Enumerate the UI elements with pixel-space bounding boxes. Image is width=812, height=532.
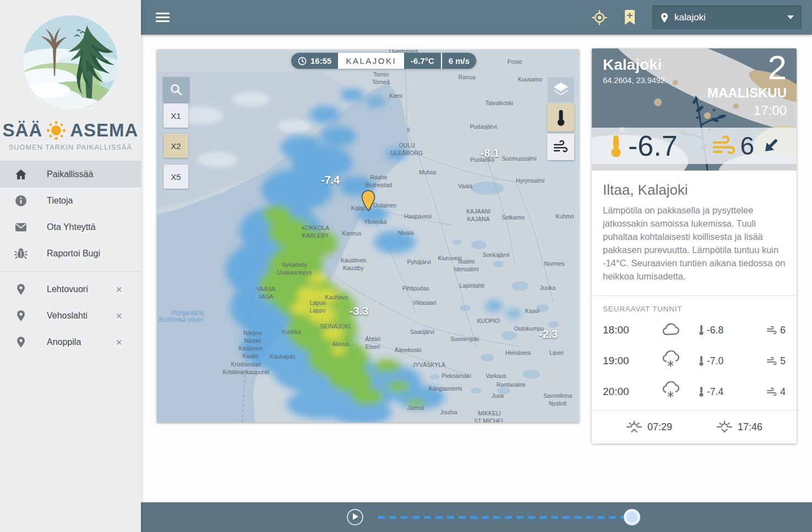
app-logo [22, 14, 119, 111]
wind-direction-arrow-icon [761, 136, 781, 156]
weather-app: SÄÄ ASEMA SUOMEN TARKIN PAIKALLISSÄÄ Pai… [0, 0, 812, 532]
info-icon [14, 194, 28, 207]
snow-cloud-icon [660, 381, 681, 402]
brand-subtitle: SUOMEN TARKIN PAIKALLISSÄÄ [0, 144, 141, 151]
sidebar-item-ota-yhteytta[interactable]: Ota Yhteyttä [0, 214, 141, 240]
sunrise-group: 07:29 [626, 420, 672, 434]
search-input[interactable]: kalajoki [652, 6, 802, 29]
remove-location-icon[interactable]: × [116, 284, 122, 295]
location-pin-icon [14, 283, 28, 296]
radar-timeline-bar [141, 502, 812, 532]
sidebar: SÄÄ ASEMA SUOMEN TARKIN PAIKALLISSÄÄ Pai… [0, 0, 141, 532]
sun-icon [46, 120, 66, 140]
forecast-heading: Iltaa, Kalajoki [603, 182, 786, 199]
sunset-group: 17:46 [716, 420, 762, 434]
location-label: Lehtovuori [47, 284, 88, 294]
current-temperature: -6.7 [628, 129, 678, 162]
sidebar-item-tietoja[interactable]: Tietoja [0, 188, 141, 214]
hour-temperature: -7.0 [699, 355, 751, 367]
winter-landscape-logo-icon [22, 14, 119, 111]
hour-row: 19:00 -7.0 5 [603, 347, 786, 375]
sidebar-item-label: Paikallissää [47, 169, 93, 179]
bookmark-add-icon[interactable] [624, 10, 636, 25]
sidebar-menu: Paikallissää Tietoja Ota Yhteyttä Raport… [0, 161, 141, 355]
crosshair-locate-icon[interactable] [592, 10, 607, 25]
sun-times-section: 07:29 17:46 [592, 410, 797, 443]
remove-location-icon[interactable]: × [116, 310, 122, 321]
thermometer-icon [699, 355, 704, 366]
cloud-icon [660, 321, 681, 339]
hour-temperature: -7.4 [699, 386, 751, 398]
zoom-x5-button[interactable]: X5 [164, 164, 188, 189]
location-label: Anoppila [47, 337, 81, 347]
weather-radar-map[interactable]: OvertorneåTornio TorneåKemiIiPosioRanuaK… [157, 50, 579, 423]
current-conditions-band: -6.7 6 [592, 128, 797, 164]
brand: SÄÄ ASEMA [0, 120, 141, 141]
map-temperature-layer-button[interactable] [547, 103, 574, 131]
map-layers-button[interactable] [548, 77, 574, 102]
hour-wind: 4 [766, 386, 786, 398]
sidebar-location-vehoslahti[interactable]: Vehoslahti × [0, 303, 141, 329]
search-value: kalajoki [674, 12, 706, 23]
brand-title-right: ASEMA [70, 120, 138, 141]
panel-coordinates: 64.2604, 23.9492 [603, 76, 665, 85]
wind-icon [712, 135, 737, 156]
panel-date: 2 MAALISKUU 17:00 [707, 51, 787, 118]
zoom-x1-button[interactable]: X1 [164, 103, 188, 128]
hour-temperature: -6.8 [699, 325, 751, 336]
forecast-text-section: Iltaa, Kalajoki Lämpötila on pakkasella … [592, 171, 797, 283]
sidebar-location-lehtovuori[interactable]: Lehtovuori × [0, 276, 141, 303]
panel-header: Kalajoki 64.2604, 23.9492 2 MAALISKUU 17… [592, 48, 797, 171]
map-pin-marker-icon [360, 190, 377, 212]
sidebar-item-label: Tietoja [47, 196, 73, 206]
map-wind-layer-button[interactable] [547, 134, 574, 160]
mail-icon [14, 221, 28, 234]
hour-time: 18:00 [603, 324, 642, 336]
current-wind-speed: 6 [740, 131, 755, 161]
map-graphics [157, 50, 579, 423]
topbar: kalajoki [141, 0, 812, 35]
weather-detail-panel: Kalajoki 64.2604, 23.9492 2 MAALISKUU 17… [592, 48, 797, 443]
sidebar-item-label: Ota Yhteyttä [47, 222, 96, 232]
hour-time: 19:00 [603, 355, 642, 367]
sunset-time: 17:46 [738, 421, 762, 433]
play-button[interactable] [347, 509, 363, 525]
chevron-down-icon[interactable] [787, 15, 794, 19]
map-status-temperature: -6.7°C [404, 53, 441, 69]
wind-icon [766, 357, 777, 366]
sunrise-icon [626, 420, 642, 434]
thermometer-icon [699, 386, 704, 397]
forecast-description: Lämpötila on pakkasella ja pysyttelee ja… [603, 204, 786, 283]
map-status-station: KALAJOKI [338, 53, 404, 69]
layers-icon [552, 80, 570, 99]
remove-location-icon[interactable]: × [116, 337, 122, 348]
snow-cloud-icon [660, 350, 681, 371]
hour-wind: 5 [766, 355, 786, 367]
timeline-track[interactable] [378, 516, 624, 519]
menu-hamburger-icon[interactable] [152, 7, 173, 28]
panel-time: 17:00 [707, 103, 787, 118]
sidebar-location-anoppila[interactable]: Anoppila × [0, 329, 141, 355]
map-search-button[interactable] [163, 77, 189, 102]
location-pin-icon [14, 309, 28, 322]
panel-day: 2 [707, 51, 787, 85]
map-status-wind: 6 m/s [441, 53, 476, 69]
brand-title-left: SÄÄ [3, 120, 43, 141]
sidebar-item-raportoi-bugi[interactable]: Raportoi Bugi [0, 240, 141, 267]
hour-wind: 6 [766, 325, 786, 336]
wind-icon [553, 140, 569, 153]
map-status-pill: 16:55 KALAJOKI -6.7°C 6 m/s [291, 53, 476, 69]
wind-icon [766, 326, 777, 335]
sidebar-item-paikallissaa[interactable]: Paikallissää [0, 161, 141, 188]
next-hours-section: SEURAAVAT TUNNIT 18:00 -6.8 6 19:00 [592, 295, 797, 410]
timeline-handle[interactable] [624, 509, 640, 525]
hour-time: 20:00 [603, 386, 642, 398]
panel-city-name: Kalajoki [603, 56, 662, 74]
next-hours-title: SEURAAVAT TUNNIT [603, 305, 786, 313]
location-label: Vehoslahti [47, 311, 88, 321]
thermometer-icon [555, 109, 566, 127]
zoom-x2-button[interactable]: X2 [164, 134, 188, 158]
sidebar-divider [0, 271, 141, 276]
home-icon [14, 168, 28, 181]
panel-month: MAALISKUU [707, 85, 787, 101]
